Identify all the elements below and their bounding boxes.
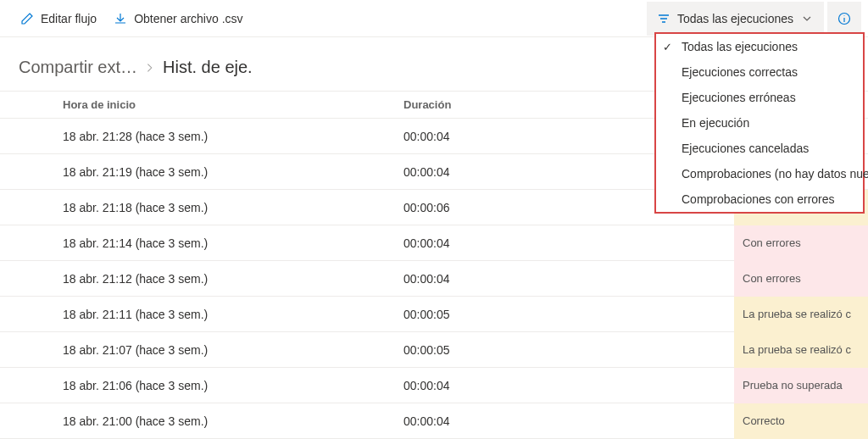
column-header-start[interactable]: Hora de inicio xyxy=(63,98,403,111)
dropdown-item[interactable]: Ejecuciones canceladas xyxy=(656,136,863,161)
cell-status: La prueba se realizó c xyxy=(734,332,868,368)
cell-start-time: 18 abr. 21:00 (hace 3 sem.) xyxy=(63,414,403,428)
table-row[interactable]: 18 abr. 21:14 (hace 3 sem.)00:00:04Con e… xyxy=(0,225,868,261)
dropdown-item[interactable]: ✓Todas las ejecuciones xyxy=(656,34,863,59)
cell-start-time: 18 abr. 21:14 (hace 3 sem.) xyxy=(63,236,403,250)
cell-status: Con errores xyxy=(734,225,868,261)
dropdown-item[interactable]: En ejecución xyxy=(656,110,863,136)
pencil-icon xyxy=(20,12,34,25)
download-csv-label: Obtener archivo .csv xyxy=(134,12,242,25)
filter-dropdown-menu: ✓Todas las ejecucionesEjecuciones correc… xyxy=(654,32,865,214)
breadcrumb-current: Hist. de eje. xyxy=(163,58,253,77)
cell-start-time: 18 abr. 21:28 (hace 3 sem.) xyxy=(63,130,403,143)
info-icon xyxy=(837,12,851,25)
cell-status: Correcto xyxy=(734,403,868,439)
cell-duration: 00:00:04 xyxy=(403,414,734,428)
dropdown-item[interactable]: Ejecuciones erróneas xyxy=(656,85,863,110)
table-row[interactable]: 18 abr. 21:12 (hace 3 sem.)00:00:04Con e… xyxy=(0,261,868,297)
breadcrumb-item[interactable]: Compartir ext… xyxy=(19,58,137,77)
cell-start-time: 18 abr. 21:07 (hace 3 sem.) xyxy=(63,343,403,357)
cell-duration: 00:00:04 xyxy=(403,379,734,392)
edit-flow-button[interactable]: Editar flujo xyxy=(20,12,97,25)
dropdown-item[interactable]: Ejecuciones correctas xyxy=(656,59,863,85)
check-icon: ✓ xyxy=(663,41,672,53)
table-row[interactable]: 18 abr. 21:06 (hace 3 sem.)00:00:04Prueb… xyxy=(0,368,868,403)
cell-start-time: 18 abr. 21:11 (hace 3 sem.) xyxy=(63,308,403,321)
dropdown-item-label: Ejecuciones erróneas xyxy=(682,91,796,104)
cell-duration: 00:00:05 xyxy=(403,343,734,357)
dropdown-item-label: En ejecución xyxy=(682,116,749,130)
download-csv-button[interactable]: Obtener archivo .csv xyxy=(114,12,242,25)
cell-start-time: 18 abr. 21:19 (hace 3 sem.) xyxy=(63,165,403,179)
table-row[interactable]: 18 abr. 21:00 (hace 3 sem.)00:00:04Corre… xyxy=(0,403,868,439)
dropdown-item-label: Comprobaciones (no hay datos nuevos) xyxy=(682,167,868,181)
cell-status: Prueba no superada xyxy=(734,368,868,403)
filter-dropdown-button[interactable]: Todas las ejecuciones xyxy=(647,2,824,36)
edit-flow-label: Editar flujo xyxy=(41,12,97,25)
chevron-right-icon xyxy=(144,62,156,74)
cell-duration: 00:00:04 xyxy=(403,236,734,250)
cell-duration: 00:00:05 xyxy=(403,308,734,321)
cell-start-time: 18 abr. 21:06 (hace 3 sem.) xyxy=(63,379,403,392)
download-icon xyxy=(114,12,127,25)
cell-duration: 00:00:04 xyxy=(403,272,734,286)
cell-start-time: 18 abr. 21:12 (hace 3 sem.) xyxy=(63,272,403,286)
info-button[interactable] xyxy=(827,2,861,36)
cell-status: La prueba se realizó c xyxy=(734,297,868,332)
dropdown-item[interactable]: Comprobaciones (no hay datos nuevos) xyxy=(656,161,863,186)
filter-label: Todas las ejecuciones xyxy=(677,12,793,25)
chevron-down-icon xyxy=(800,12,814,25)
dropdown-item-label: Ejecuciones correctas xyxy=(682,65,798,79)
toolbar-left: Editar flujo Obtener archivo .csv xyxy=(7,12,243,25)
table-row[interactable]: 18 abr. 21:07 (hace 3 sem.)00:00:05La pr… xyxy=(0,332,868,368)
dropdown-item-label: Comprobaciones con errores xyxy=(682,192,835,206)
filter-icon xyxy=(657,12,670,25)
dropdown-item[interactable]: Comprobaciones con errores xyxy=(656,186,863,212)
toolbar-right: Todas las ejecuciones xyxy=(647,2,861,36)
dropdown-item-label: Todas las ejecuciones xyxy=(682,40,798,53)
cell-status: Con errores xyxy=(734,261,868,297)
table-row[interactable]: 18 abr. 21:11 (hace 3 sem.)00:00:05La pr… xyxy=(0,297,868,332)
dropdown-item-label: Ejecuciones canceladas xyxy=(682,142,809,155)
cell-start-time: 18 abr. 21:18 (hace 3 sem.) xyxy=(63,201,403,214)
